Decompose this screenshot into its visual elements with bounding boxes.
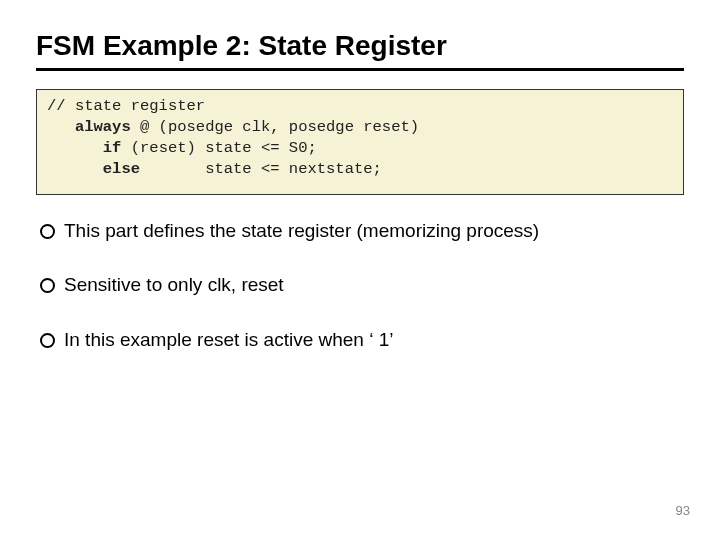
bullet-item: In this example reset is active when ‘ 1… bbox=[36, 328, 684, 353]
code-line-2-pre bbox=[47, 118, 75, 136]
bullet-item: Sensitive to only clk, reset bbox=[36, 273, 684, 298]
code-block: // state register always @ (posedge clk,… bbox=[36, 89, 684, 195]
slide: FSM Example 2: State Register // state r… bbox=[0, 0, 720, 540]
code-kw-else: else bbox=[103, 160, 140, 178]
bullet-item: This part defines the state register (me… bbox=[36, 219, 684, 244]
bullet-list: This part defines the state register (me… bbox=[36, 219, 684, 353]
page-number: 93 bbox=[676, 503, 690, 518]
code-line-4-pre bbox=[47, 160, 103, 178]
slide-title: FSM Example 2: State Register bbox=[36, 30, 684, 71]
code-kw-if: if bbox=[103, 139, 122, 157]
code-line-1: // state register bbox=[47, 97, 205, 115]
code-line-3-pre bbox=[47, 139, 103, 157]
code-line-3-rest: (reset) state <= S0; bbox=[121, 139, 316, 157]
code-kw-always: always bbox=[75, 118, 131, 136]
code-line-2-rest: @ (posedge clk, posedge reset) bbox=[131, 118, 419, 136]
code-line-4-rest: state <= nextstate; bbox=[140, 160, 382, 178]
